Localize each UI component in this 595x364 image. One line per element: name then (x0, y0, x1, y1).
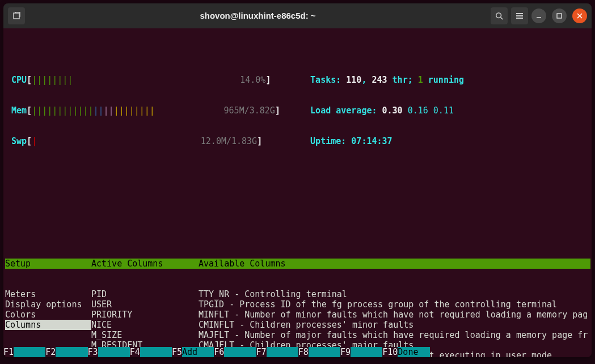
new-tab-button[interactable] (8, 7, 25, 24)
available-col[interactable]: TTY_NR - Controlling terminal (199, 289, 590, 299)
setup-item-columns[interactable]: Columns (5, 320, 91, 330)
fkey-f9[interactable]: F9 (340, 347, 382, 357)
available-header: Available Columns (199, 259, 590, 269)
active-header: Active Columns (91, 259, 199, 269)
fkey-f3[interactable]: F3 (88, 347, 130, 357)
svg-point-1 (496, 13, 501, 18)
function-key-bar: F1 F2 F3 F4 F5Add F6 F7 F8 F9 F10Done (3, 347, 592, 357)
active-col-pid[interactable]: PID (91, 289, 199, 299)
fkey-f6[interactable]: F6 (214, 347, 256, 357)
menu-button[interactable] (511, 7, 528, 24)
setup-columns-area: Setup Meters Display options Colors Colu… (5, 238, 590, 357)
fkey-f8[interactable]: F8 (298, 347, 340, 357)
fkey-f7[interactable]: F7 (256, 347, 298, 357)
titlebar: shovon@linuxhint-e86c5d: ~ (3, 3, 592, 28)
svg-rect-7 (557, 14, 562, 18)
terminal-window: shovon@linuxhint-e86c5d: ~ CPU[||||||||1… (3, 3, 592, 357)
maximize-button[interactable] (552, 9, 567, 23)
fkey-f2[interactable]: F2 (45, 347, 87, 357)
setup-menu: Setup Meters Display options Colors Colu… (5, 238, 91, 357)
available-col[interactable]: CMINFLT - Children processes' minor faul… (199, 320, 590, 330)
available-col[interactable]: MINFLT - Number of minor faults which ha… (199, 310, 590, 320)
setup-header: Setup (5, 259, 91, 269)
swp-label: Swp (11, 136, 27, 146)
svg-line-2 (501, 18, 503, 20)
setup-item-display-options[interactable]: Display options (5, 299, 91, 310)
htop-header: CPU[||||||||14.0%] Tasks: 110, 243 thr; … (5, 54, 590, 167)
active-col-m_size[interactable]: M_SIZE (91, 330, 199, 340)
active-col-user[interactable]: USER (91, 299, 199, 310)
setup-item-colors[interactable]: Colors (5, 310, 91, 320)
mem-val: 965M/3.82G (155, 105, 275, 116)
active-col-priority[interactable]: PRIORITY (91, 310, 199, 320)
svg-rect-0 (14, 13, 19, 19)
setup-item-meters[interactable]: Meters (5, 289, 91, 299)
mem-label: Mem (11, 105, 27, 116)
terminal-body[interactable]: CPU[||||||||14.0%] Tasks: 110, 243 thr; … (3, 28, 592, 357)
swp-val: 12.0M/1.83G (37, 136, 257, 146)
active-columns: Active Columns PID USER PRIORITY NICE M_… (91, 238, 199, 357)
fkey-f4[interactable]: F4 (130, 347, 172, 357)
cpu-label: CPU (11, 75, 27, 85)
available-col[interactable]: MAJFLT - Number of major faults which ha… (199, 330, 590, 340)
cpu-pct: 14.0% (73, 75, 265, 85)
close-button[interactable] (572, 9, 587, 23)
minimize-button[interactable] (531, 9, 546, 23)
search-button[interactable] (491, 7, 508, 24)
window-title: shovon@linuxhint-e86c5d: ~ (28, 11, 487, 21)
fkey-f10[interactable]: F10Done (382, 347, 429, 357)
available-col[interactable]: TPGID - Process ID of the fg process gro… (199, 299, 590, 310)
fkey-f5[interactable]: F5Add (172, 347, 214, 357)
active-col-nice[interactable]: NICE (91, 320, 199, 330)
available-columns: Available Columns TTY_NR - Controlling t… (199, 238, 590, 357)
fkey-f1[interactable]: F1 (3, 347, 45, 357)
